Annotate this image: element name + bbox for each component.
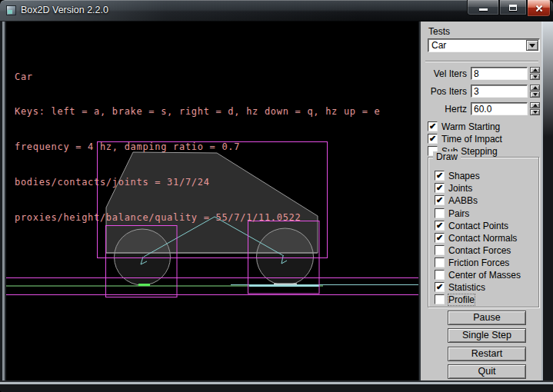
window-title: Box2D Version 2.2.0 <box>21 0 108 22</box>
app-window: Box2D Version 2.2.0 <box>0 0 553 392</box>
single-step-button[interactable]: Single Step <box>448 328 526 343</box>
pos-iters-label: Pos Iters <box>421 86 467 97</box>
checkbox-box[interactable]: ✔ <box>428 134 438 144</box>
window-border-bottom <box>0 380 553 392</box>
maximize-icon <box>509 5 517 11</box>
checkbox-label: Time of Impact <box>441 134 502 145</box>
checkbox-box[interactable] <box>435 270 445 280</box>
stats-line-keys: Keys: left = a, brake = s, right = d, hz… <box>15 106 380 118</box>
hertz-row: Hertz <box>421 102 543 115</box>
arrow-down-icon <box>533 111 538 114</box>
arrow-down-icon <box>533 75 538 78</box>
checkbox-box[interactable]: ✔ <box>428 121 438 131</box>
spinner-up-button[interactable] <box>530 85 540 91</box>
hertz-input[interactable] <box>471 102 528 115</box>
checkbox-label: Shapes <box>448 171 480 181</box>
spinner-down-button[interactable] <box>530 74 540 80</box>
contact-point <box>138 284 150 286</box>
spinner-up-button[interactable] <box>530 102 540 108</box>
checkbox-box[interactable] <box>435 245 445 255</box>
vel-iters-label: Vel Iters <box>421 68 467 79</box>
checkbox-label: Profile <box>448 294 475 305</box>
close-button[interactable] <box>527 0 551 17</box>
pos-iters-spinner <box>530 85 540 98</box>
checkbox-label: Joints <box>448 183 472 194</box>
window-border-right <box>541 22 553 392</box>
checkbox-box[interactable]: ✔ <box>435 171 445 181</box>
checkbox-box[interactable] <box>435 208 445 218</box>
checkbox-box[interactable]: ✔ <box>435 221 445 231</box>
pause-button[interactable]: Pause <box>448 311 526 325</box>
vel-iters-row: Vel Iters <box>421 67 543 80</box>
checkbox-label: Contact Normals <box>448 233 517 244</box>
hertz-label: Hertz <box>421 104 467 115</box>
control-panel: Tests Car Vel Iters Pos Iters <box>419 22 543 380</box>
spinner-down-button[interactable] <box>530 91 540 98</box>
maximize-button[interactable] <box>499 0 527 15</box>
statistics-text: Car Keys: left = a, brake = s, right = d… <box>15 48 380 247</box>
checkbox-box[interactable]: ✔ <box>435 233 445 243</box>
checkbox-box[interactable]: ✔ <box>435 282 445 292</box>
arrow-up-icon <box>533 104 538 107</box>
tests-dropdown-arrow-button[interactable] <box>526 40 538 51</box>
pos-iters-input[interactable] <box>471 85 528 98</box>
arrow-up-icon <box>533 68 538 71</box>
vel-iters-spinner <box>530 67 540 80</box>
checkbox-label: Friction Forces <box>448 257 509 268</box>
checkbox-label: Contact Forces <box>448 245 511 256</box>
stats-line-proxies: proxies/height/balance/quality = 55/7/1/… <box>15 212 380 224</box>
checkbox-label: Statistics <box>448 282 485 293</box>
hertz-spinner <box>530 102 540 115</box>
arrow-down-icon <box>533 93 538 96</box>
tests-dropdown-value: Car <box>431 40 446 51</box>
minimize-icon <box>479 8 488 11</box>
draw-group-title: Draw <box>433 151 461 162</box>
spinner-up-button[interactable] <box>530 67 540 73</box>
checkbox-box[interactable]: ✔ <box>435 195 445 205</box>
close-icon <box>535 4 544 13</box>
minimize-button[interactable] <box>467 0 499 15</box>
quit-button[interactable]: Quit <box>448 364 526 379</box>
checkbox-label: Warm Starting <box>441 121 500 132</box>
chevron-down-icon <box>529 44 535 48</box>
app-icon <box>6 5 16 15</box>
checkbox-label: Pairs <box>448 208 469 219</box>
stats-line-counts: bodies/contacts/joints = 31/7/24 <box>15 177 380 188</box>
checkbox-box[interactable] <box>435 294 445 304</box>
title-bar[interactable]: Box2D Version 2.2.0 <box>0 0 553 22</box>
window-border-left <box>0 22 6 392</box>
checkbox-box[interactable]: ✔ <box>435 183 445 193</box>
tests-label: Tests <box>428 26 450 37</box>
checkbox-label: AABBs <box>448 195 478 206</box>
vel-iters-input[interactable] <box>471 67 528 80</box>
spinner-down-button[interactable] <box>530 109 540 115</box>
restart-button[interactable]: Restart <box>448 347 526 361</box>
draw-group: Draw ✔ Shapes ✔ Joints ✔ AABBs Pairs ✔ C… <box>428 157 539 307</box>
arrow-up-icon <box>533 86 538 89</box>
tests-dropdown[interactable]: Car <box>428 38 540 52</box>
pos-iters-row: Pos Iters <box>421 85 543 98</box>
checkbox-label: Center of Masses <box>448 270 521 281</box>
stats-line-title: Car <box>15 71 380 83</box>
stats-line-frequency: frequency = 4 hz, damping ratio = 0.7 <box>15 141 380 153</box>
simulation-canvas[interactable]: Car Keys: left = a, brake = s, right = d… <box>6 22 418 380</box>
checkbox-label: Contact Points <box>448 221 508 231</box>
checkbox-box[interactable] <box>435 257 445 267</box>
separator <box>425 61 538 62</box>
